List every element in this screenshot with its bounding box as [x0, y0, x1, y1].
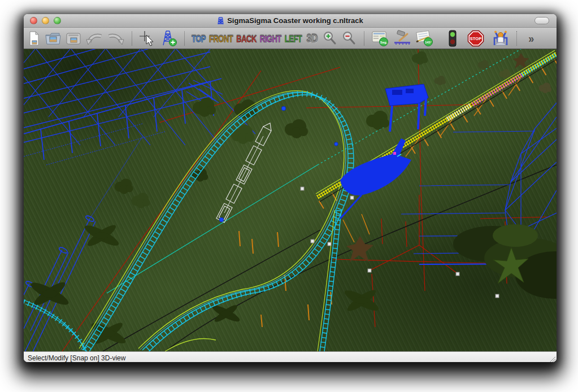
station-canopy-blue[interactable] — [385, 84, 428, 132]
zoom-out-magnifier-icon — [341, 31, 357, 46]
selected-track-segment-magenta[interactable] — [473, 75, 522, 104]
view-left-button[interactable]: LEFT — [283, 25, 304, 50]
editor-3d-viewport[interactable] — [24, 49, 557, 351]
undo-button[interactable] — [84, 29, 105, 48]
support-structure-blue-left[interactable] — [24, 49, 255, 165]
view-front-button[interactable]: FRONT — [207, 25, 234, 50]
new-file-icon — [27, 31, 41, 46]
view-top-label: TOP — [192, 33, 206, 44]
marker-magenta — [393, 152, 396, 155]
select-crosshair-cursor-icon — [139, 31, 156, 46]
view-left-label: LEFT — [285, 33, 302, 44]
view-back-button[interactable]: BACK — [234, 25, 258, 50]
toolbar-overflow-button[interactable]: » — [523, 28, 540, 49]
redo-button[interactable] — [105, 29, 127, 48]
view-3d-button[interactable]: 3D — [303, 25, 320, 50]
save-track-button[interactable] — [63, 29, 84, 48]
add-tower-icon — [159, 30, 177, 47]
resize-grip[interactable] — [548, 355, 556, 362]
add-structure-button[interactable] — [158, 29, 179, 48]
select-modify-tool-button[interactable] — [137, 29, 158, 48]
view-back-label: BACK — [236, 33, 257, 44]
guide-line-teal — [107, 49, 521, 293]
statusbar: Select/Modify [Snap on] 3D-view — [24, 351, 557, 362]
hammer-track-icon — [393, 30, 412, 47]
view-front-label: FRONT — [209, 33, 233, 44]
view-top-button[interactable]: TOP — [190, 25, 207, 50]
new-track-button[interactable] — [25, 29, 43, 48]
flat-track-blue-lower-left[interactable] — [24, 137, 142, 351]
open-folder-icon — [45, 31, 62, 46]
stop-sign-icon: STOP — [467, 30, 484, 47]
zoom-in-button[interactable] — [320, 29, 340, 48]
stop-sign-label: STOP — [470, 36, 481, 41]
undo-arrow-icon — [85, 31, 103, 46]
simulation-go-button[interactable] — [444, 29, 461, 48]
angle-measure-button[interactable]: 145° — [414, 29, 436, 48]
status-text: Select/Modify [Snap on] 3D-view — [24, 354, 125, 362]
structure-blue-solid[interactable] — [340, 138, 411, 219]
view-3d-label: 3D — [307, 32, 318, 45]
minimize-button[interactable] — [42, 17, 49, 24]
window-title: SigmaSigma Coaster working c.nltrack — [227, 16, 363, 25]
zoom-out-button[interactable] — [340, 29, 359, 48]
construction-tool-button[interactable] — [391, 29, 414, 48]
ride-view-button[interactable] — [490, 29, 511, 48]
vertex-markers[interactable] — [219, 106, 499, 298]
segment-badge-label: Seg. — [380, 40, 388, 43]
rider-icon — [492, 30, 509, 47]
toolbar-separator — [184, 31, 185, 46]
angle-badge-label: 145° — [425, 40, 432, 43]
segment-editor-icon: Seg. — [371, 30, 389, 47]
app-window: SigmaSigma Coaster working c.nltrack — [24, 14, 557, 362]
view-right-label: RIGHT — [260, 33, 281, 44]
desktop: SigmaSigma Coaster working c.nltrack — [0, 0, 578, 392]
angle-plan-icon: 145° — [415, 30, 434, 47]
scene-3d — [24, 49, 557, 351]
toolbar: TOP FRONT BACK RIGHT LEFT 3D — [24, 28, 557, 49]
close-button[interactable] — [30, 17, 37, 24]
segment-editor-button[interactable]: Seg. — [370, 29, 391, 48]
redo-arrow-icon — [107, 31, 125, 46]
traffic-light-icon — [448, 30, 457, 47]
toolbar-toggle-pill[interactable] — [534, 17, 549, 24]
simulation-stop-button[interactable]: STOP — [466, 29, 486, 48]
overflow-chevrons: » — [528, 32, 534, 45]
app-coaster-icon — [217, 17, 224, 25]
view-right-button[interactable]: RIGHT — [258, 25, 283, 50]
toolbar-overflow-separator — [516, 31, 517, 46]
open-track-button[interactable] — [43, 29, 63, 48]
zoom-button[interactable] — [54, 17, 61, 24]
save-disk-icon — [65, 31, 82, 46]
window-controls — [30, 17, 61, 24]
zoom-in-magnifier-icon — [322, 31, 338, 46]
toolbar-separator — [132, 31, 132, 46]
toolbar-separator — [364, 31, 364, 46]
